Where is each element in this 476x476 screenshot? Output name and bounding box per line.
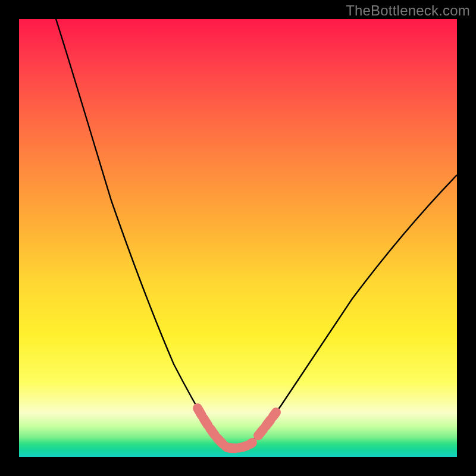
bottleneck-curve xyxy=(56,19,457,449)
plot-area xyxy=(19,19,457,457)
highlight-left xyxy=(198,408,227,447)
highlight-bottom xyxy=(227,443,252,448)
curve-layer xyxy=(19,19,457,457)
watermark-text: TheBottleneck.com xyxy=(346,2,470,19)
highlight-right xyxy=(258,412,276,436)
chart-frame: TheBottleneck.com xyxy=(0,0,476,476)
